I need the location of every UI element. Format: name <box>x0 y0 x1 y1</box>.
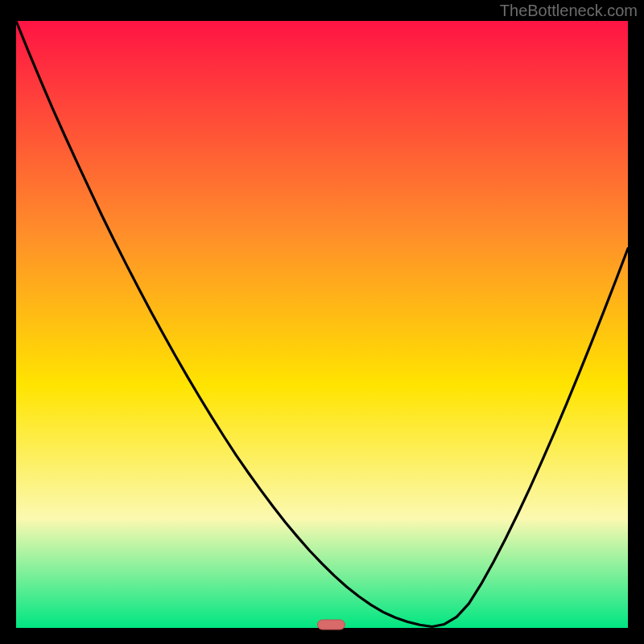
chart-container: TheBottleneck.com <box>0 0 644 644</box>
minimum-marker <box>317 620 345 630</box>
chart-svg <box>0 0 644 644</box>
plot-area <box>16 21 628 628</box>
attribution-label: TheBottleneck.com <box>500 2 638 20</box>
